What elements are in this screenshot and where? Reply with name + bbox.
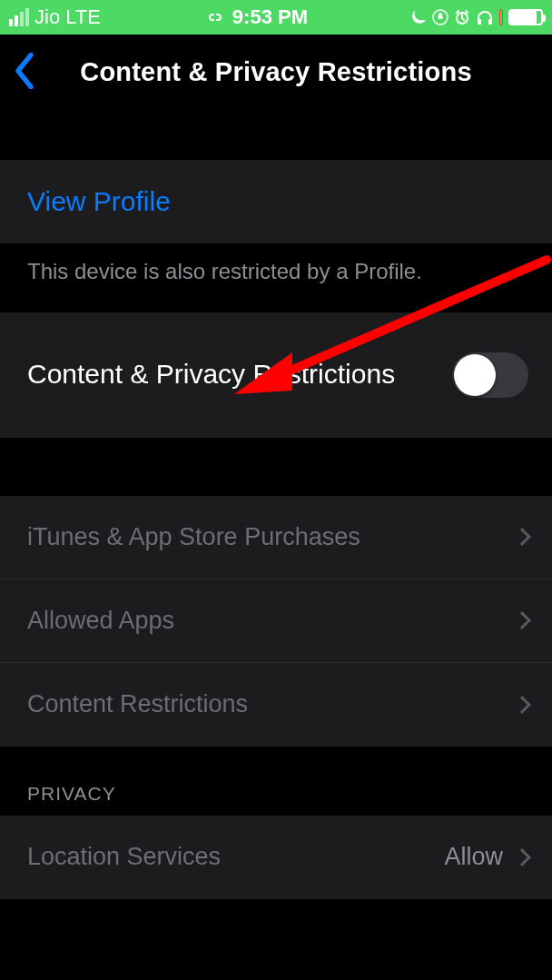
content-privacy-switch[interactable] <box>452 352 528 398</box>
chevron-right-icon <box>513 611 531 629</box>
itunes-purchases-label: iTunes & App Store Purchases <box>27 523 516 551</box>
clock-label: 9:53 PM <box>232 5 308 29</box>
headphones-icon <box>476 9 494 25</box>
svg-rect-2 <box>478 19 481 25</box>
network-label: LTE <box>65 5 101 29</box>
orientation-lock-icon <box>432 9 448 25</box>
battery-icon <box>508 9 543 25</box>
chevron-right-icon <box>513 848 531 866</box>
content-privacy-toggle-label: Content & Privacy Restrictions <box>27 356 452 393</box>
link-icon <box>203 10 227 25</box>
carrier-label: Jio <box>34 5 60 29</box>
itunes-purchases-row[interactable]: iTunes & App Store Purchases <box>0 496 552 579</box>
view-profile-label: View Profile <box>27 186 528 217</box>
status-bar: Jio LTE 9:53 PM <box>0 0 552 35</box>
low-battery-icon <box>499 9 503 25</box>
content-restrictions-label: Content Restrictions <box>27 690 516 718</box>
location-services-value: Allow <box>444 843 503 871</box>
back-button[interactable] <box>13 53 36 93</box>
switch-knob <box>454 354 496 396</box>
location-services-row[interactable]: Location Services Allow <box>0 816 552 899</box>
profile-footer: This device is also restricted by a Prof… <box>0 243 552 312</box>
alarm-icon <box>454 9 470 25</box>
privacy-section-header: PRIVACY <box>0 747 552 816</box>
allowed-apps-label: Allowed Apps <box>27 607 516 635</box>
chevron-right-icon <box>513 528 531 546</box>
nav-header: Content & Privacy Restrictions <box>0 35 552 111</box>
content-restrictions-row[interactable]: Content Restrictions <box>0 663 552 747</box>
view-profile-row[interactable]: View Profile <box>0 160 552 243</box>
page-title: Content & Privacy Restrictions <box>0 57 552 87</box>
signal-icon <box>9 8 29 26</box>
chevron-right-icon <box>513 696 531 714</box>
location-services-label: Location Services <box>27 843 444 871</box>
content-privacy-toggle-row: Content & Privacy Restrictions <box>0 312 552 438</box>
allowed-apps-row[interactable]: Allowed Apps <box>0 579 552 663</box>
status-center: 9:53 PM <box>203 5 308 29</box>
status-left: Jio LTE <box>9 5 101 29</box>
status-right <box>410 9 543 25</box>
moon-icon <box>410 9 427 25</box>
svg-rect-3 <box>488 19 492 25</box>
